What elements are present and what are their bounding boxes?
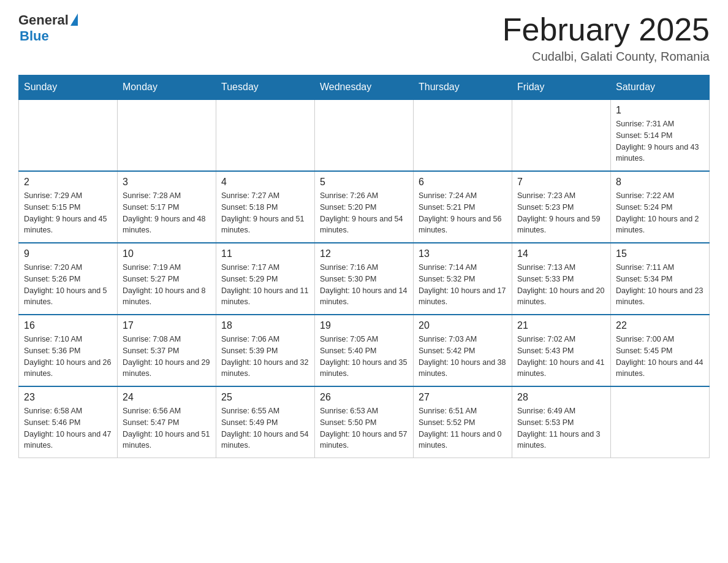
col-header-friday: Friday bbox=[512, 75, 611, 100]
day-number: 9 bbox=[24, 248, 112, 259]
day-info: Sunrise: 6:49 AMSunset: 5:53 PMDaylight:… bbox=[517, 405, 605, 451]
day-number: 26 bbox=[320, 392, 408, 403]
month-title: February 2025 bbox=[502, 12, 710, 47]
calendar-cell: 27Sunrise: 6:51 AMSunset: 5:52 PMDayligh… bbox=[414, 386, 512, 458]
calendar-cell bbox=[216, 99, 315, 171]
day-number: 15 bbox=[616, 248, 704, 259]
col-header-sunday: Sunday bbox=[19, 75, 118, 100]
col-header-wednesday: Wednesday bbox=[315, 75, 414, 100]
col-header-monday: Monday bbox=[118, 75, 216, 100]
day-number: 6 bbox=[419, 177, 507, 188]
calendar-cell: 7Sunrise: 7:23 AMSunset: 5:23 PMDaylight… bbox=[512, 171, 611, 243]
day-number: 21 bbox=[517, 320, 605, 331]
calendar-header-row: SundayMondayTuesdayWednesdayThursdayFrid… bbox=[19, 75, 710, 100]
calendar-cell: 15Sunrise: 7:11 AMSunset: 5:34 PMDayligh… bbox=[611, 243, 710, 315]
day-number: 18 bbox=[221, 320, 309, 331]
title-area: February 2025 Cudalbi, Galati County, Ro… bbox=[502, 12, 710, 64]
calendar-cell bbox=[611, 386, 710, 458]
day-number: 27 bbox=[419, 392, 507, 403]
day-number: 7 bbox=[517, 177, 605, 188]
calendar-cell: 22Sunrise: 7:00 AMSunset: 5:45 PMDayligh… bbox=[611, 315, 710, 386]
calendar-cell bbox=[414, 99, 512, 171]
week-row-1: 1Sunrise: 7:31 AMSunset: 5:14 PMDaylight… bbox=[19, 99, 710, 171]
calendar-cell: 13Sunrise: 7:14 AMSunset: 5:32 PMDayligh… bbox=[414, 243, 512, 315]
day-info: Sunrise: 7:16 AMSunset: 5:30 PMDaylight:… bbox=[320, 262, 408, 308]
day-info: Sunrise: 7:14 AMSunset: 5:32 PMDaylight:… bbox=[419, 262, 507, 308]
day-number: 20 bbox=[419, 320, 507, 331]
day-info: Sunrise: 7:08 AMSunset: 5:37 PMDaylight:… bbox=[123, 334, 211, 380]
col-header-thursday: Thursday bbox=[414, 75, 512, 100]
logo-general-text: General bbox=[18, 12, 69, 28]
day-number: 25 bbox=[221, 392, 309, 403]
calendar-cell: 1Sunrise: 7:31 AMSunset: 5:14 PMDaylight… bbox=[611, 99, 710, 171]
day-number: 23 bbox=[24, 392, 112, 403]
day-info: Sunrise: 7:11 AMSunset: 5:34 PMDaylight:… bbox=[616, 262, 704, 308]
calendar-cell bbox=[118, 99, 216, 171]
day-info: Sunrise: 7:31 AMSunset: 5:14 PMDaylight:… bbox=[616, 118, 704, 164]
day-number: 11 bbox=[221, 248, 309, 259]
day-info: Sunrise: 7:10 AMSunset: 5:36 PMDaylight:… bbox=[24, 334, 112, 380]
calendar-cell: 9Sunrise: 7:20 AMSunset: 5:26 PMDaylight… bbox=[19, 243, 118, 315]
calendar-cell: 2Sunrise: 7:29 AMSunset: 5:15 PMDaylight… bbox=[19, 171, 118, 243]
day-info: Sunrise: 7:26 AMSunset: 5:20 PMDaylight:… bbox=[320, 190, 408, 236]
calendar-cell: 18Sunrise: 7:06 AMSunset: 5:39 PMDayligh… bbox=[216, 315, 315, 386]
day-number: 5 bbox=[320, 177, 408, 188]
day-info: Sunrise: 7:05 AMSunset: 5:40 PMDaylight:… bbox=[320, 334, 408, 380]
logo-blue-text: Blue bbox=[20, 28, 49, 44]
day-info: Sunrise: 7:19 AMSunset: 5:27 PMDaylight:… bbox=[123, 262, 211, 308]
day-number: 10 bbox=[123, 248, 211, 259]
day-number: 13 bbox=[419, 248, 507, 259]
day-info: Sunrise: 7:28 AMSunset: 5:17 PMDaylight:… bbox=[123, 190, 211, 236]
logo: General Blue bbox=[18, 12, 78, 44]
day-number: 24 bbox=[123, 392, 211, 403]
calendar-cell: 6Sunrise: 7:24 AMSunset: 5:21 PMDaylight… bbox=[414, 171, 512, 243]
calendar-cell: 20Sunrise: 7:03 AMSunset: 5:42 PMDayligh… bbox=[414, 315, 512, 386]
day-number: 19 bbox=[320, 320, 408, 331]
calendar-cell: 8Sunrise: 7:22 AMSunset: 5:24 PMDaylight… bbox=[611, 171, 710, 243]
calendar-cell: 19Sunrise: 7:05 AMSunset: 5:40 PMDayligh… bbox=[315, 315, 414, 386]
day-info: Sunrise: 6:56 AMSunset: 5:47 PMDaylight:… bbox=[123, 405, 211, 451]
page-header: General Blue February 2025 Cudalbi, Gala… bbox=[18, 12, 710, 64]
day-info: Sunrise: 7:29 AMSunset: 5:15 PMDaylight:… bbox=[24, 190, 112, 236]
calendar-cell bbox=[512, 99, 611, 171]
day-info: Sunrise: 6:53 AMSunset: 5:50 PMDaylight:… bbox=[320, 405, 408, 451]
day-info: Sunrise: 7:24 AMSunset: 5:21 PMDaylight:… bbox=[419, 190, 507, 236]
day-info: Sunrise: 7:20 AMSunset: 5:26 PMDaylight:… bbox=[24, 262, 112, 308]
calendar-cell: 16Sunrise: 7:10 AMSunset: 5:36 PMDayligh… bbox=[19, 315, 118, 386]
calendar-cell: 26Sunrise: 6:53 AMSunset: 5:50 PMDayligh… bbox=[315, 386, 414, 458]
day-info: Sunrise: 7:03 AMSunset: 5:42 PMDaylight:… bbox=[419, 334, 507, 380]
calendar-cell: 14Sunrise: 7:13 AMSunset: 5:33 PMDayligh… bbox=[512, 243, 611, 315]
day-info: Sunrise: 7:13 AMSunset: 5:33 PMDaylight:… bbox=[517, 262, 605, 308]
day-number: 14 bbox=[517, 248, 605, 259]
day-info: Sunrise: 6:51 AMSunset: 5:52 PMDaylight:… bbox=[419, 405, 507, 451]
day-number: 3 bbox=[123, 177, 211, 188]
calendar-cell: 10Sunrise: 7:19 AMSunset: 5:27 PMDayligh… bbox=[118, 243, 216, 315]
calendar-cell bbox=[19, 99, 118, 171]
calendar-cell bbox=[315, 99, 414, 171]
col-header-tuesday: Tuesday bbox=[216, 75, 315, 100]
day-info: Sunrise: 7:23 AMSunset: 5:23 PMDaylight:… bbox=[517, 190, 605, 236]
day-info: Sunrise: 6:58 AMSunset: 5:46 PMDaylight:… bbox=[24, 405, 112, 451]
week-row-3: 9Sunrise: 7:20 AMSunset: 5:26 PMDaylight… bbox=[19, 243, 710, 315]
day-number: 1 bbox=[616, 105, 704, 116]
location-subtitle: Cudalbi, Galati County, Romania bbox=[502, 50, 710, 64]
calendar-cell: 12Sunrise: 7:16 AMSunset: 5:30 PMDayligh… bbox=[315, 243, 414, 315]
week-row-5: 23Sunrise: 6:58 AMSunset: 5:46 PMDayligh… bbox=[19, 386, 710, 458]
calendar-cell: 28Sunrise: 6:49 AMSunset: 5:53 PMDayligh… bbox=[512, 386, 611, 458]
week-row-4: 16Sunrise: 7:10 AMSunset: 5:36 PMDayligh… bbox=[19, 315, 710, 386]
day-number: 2 bbox=[24, 177, 112, 188]
logo-triangle-icon bbox=[70, 13, 78, 26]
day-number: 16 bbox=[24, 320, 112, 331]
calendar-cell: 24Sunrise: 6:56 AMSunset: 5:47 PMDayligh… bbox=[118, 386, 216, 458]
day-info: Sunrise: 7:27 AMSunset: 5:18 PMDaylight:… bbox=[221, 190, 309, 236]
calendar-cell: 17Sunrise: 7:08 AMSunset: 5:37 PMDayligh… bbox=[118, 315, 216, 386]
day-number: 17 bbox=[123, 320, 211, 331]
day-info: Sunrise: 7:22 AMSunset: 5:24 PMDaylight:… bbox=[616, 190, 704, 236]
day-info: Sunrise: 7:17 AMSunset: 5:29 PMDaylight:… bbox=[221, 262, 309, 308]
calendar-cell: 25Sunrise: 6:55 AMSunset: 5:49 PMDayligh… bbox=[216, 386, 315, 458]
day-info: Sunrise: 7:06 AMSunset: 5:39 PMDaylight:… bbox=[221, 334, 309, 380]
day-info: Sunrise: 7:02 AMSunset: 5:43 PMDaylight:… bbox=[517, 334, 605, 380]
calendar-cell: 4Sunrise: 7:27 AMSunset: 5:18 PMDaylight… bbox=[216, 171, 315, 243]
day-number: 4 bbox=[221, 177, 309, 188]
day-number: 8 bbox=[616, 177, 704, 188]
